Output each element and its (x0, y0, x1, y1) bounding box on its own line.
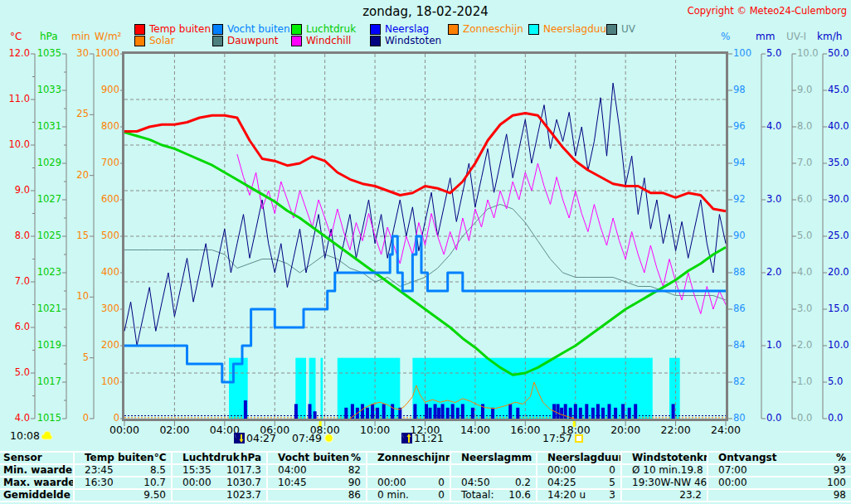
table-cell-neerslag-max: 04:500.2 (451, 477, 536, 488)
table-cell-vocht-buiten-avg: 86 (268, 490, 366, 501)
sunset-time: 17:57 (542, 433, 572, 443)
sunset-marker: 17:57 (542, 433, 584, 443)
table-cell-ontvangst-max: 00:00100 (708, 477, 851, 488)
table-cell-ontvangst-avg: 98 (708, 490, 851, 501)
x-axis-label: 10:00 (357, 424, 393, 436)
table-cell-vocht-buiten-min: 04:0082 (268, 465, 366, 476)
table-cell-temp-buiten-min: 23:458.5 (75, 465, 171, 476)
table-row-label: Gemiddelde (0, 490, 73, 501)
x-axis-label: 14:00 (457, 424, 494, 436)
weather-station-daily-graph-page: { "header": { "title": "zondag, 18-02-20… (0, 0, 851, 504)
table-cell-zonneschijn-avg: 0 min.0 (367, 490, 450, 501)
table-cell-temp-buiten-max: 16:3010.7 (75, 477, 171, 488)
last-reading-time: 10:08 (10, 430, 53, 441)
x-axis-label: 02:00 (156, 424, 192, 436)
table-header-vocht-buiten: Vocht buiten% (268, 453, 366, 463)
table-cell-windstoten-max: 19:30W-NW 46.0 (622, 477, 707, 488)
table-header-luchtdruk: LuchtdrukhPa (173, 453, 266, 463)
table-row-label: Min. waarde (0, 465, 73, 476)
moonrise-marker: 11:21 (401, 433, 444, 443)
table-cell-vocht-buiten-max: 10:4590 (268, 477, 366, 488)
table-cell-luchtdruk-min: 15:351017.3 (173, 465, 266, 476)
moonset-marker: 04:27 (234, 433, 276, 443)
table-cell-neerslagduur-max: 04:255 (537, 477, 620, 488)
table-cell-neerslag-min (451, 465, 536, 476)
chart-canvas (124, 54, 726, 419)
table-header-neerslagduur: Neerslagduurmin (537, 453, 620, 463)
table-header-neerslag: Neerslagmm (451, 453, 536, 463)
table-cell-windstoten-min: Ø 10 min.19.8 (622, 465, 707, 476)
table-cell-luchtdruk-avg: 1023.7 (173, 490, 266, 501)
statistics-table: SensorTemp buiten°CLuchtdrukhPaVocht bui… (0, 451, 851, 502)
sunrise-time: 07:49 (292, 433, 322, 443)
x-axis-label: 22:00 (658, 424, 694, 436)
table-header-windstoten: Windstotenkm/h (622, 453, 707, 463)
sunrise-sun-icon (323, 433, 334, 443)
weather-cloud-icon (41, 431, 53, 441)
table-row-label: Max. waarde (0, 477, 73, 488)
x-axis-label: 00:00 (106, 424, 143, 436)
reading-time-label: 10:08 (10, 430, 40, 441)
table-cell-zonneschijn-max: 00:000 (367, 477, 450, 488)
moonrise-time: 11:21 (414, 433, 444, 443)
table-header-ontvangst: Ontvangst% (708, 453, 851, 463)
table-cell-neerslagduur-avg: 14:20 u3 (537, 490, 620, 501)
sunrise-marker: 07:49 (292, 433, 334, 443)
table-cell-neerslag-avg: Totaal:10.6 (451, 490, 536, 501)
moonset-time: 04:27 (246, 433, 276, 443)
table-cell-luchtdruk-max: 00:001030.7 (173, 477, 266, 488)
x-axis-label: 24:00 (708, 424, 744, 436)
table-header-sensor: Sensor (0, 453, 73, 463)
moonrise-icon (401, 433, 412, 443)
x-axis-label: 16:00 (507, 424, 543, 436)
table-header-temp-buiten: Temp buiten°C (75, 453, 171, 463)
table-cell-zonneschijn-min (367, 465, 450, 476)
sunset-sun-icon (574, 434, 584, 443)
table-header-zonneschijn: Zonneschijnmin (367, 453, 450, 463)
x-axis-label: 20:00 (607, 424, 644, 436)
table-cell-neerslagduur-min: 00:000 (537, 465, 620, 476)
table-cell-windstoten-avg: 23.2 (622, 490, 707, 501)
table-cell-temp-buiten-avg: 9.50 (75, 490, 171, 501)
table-cell-ontvangst-min: 07:0093 (708, 465, 851, 476)
moonset-icon (234, 433, 245, 443)
